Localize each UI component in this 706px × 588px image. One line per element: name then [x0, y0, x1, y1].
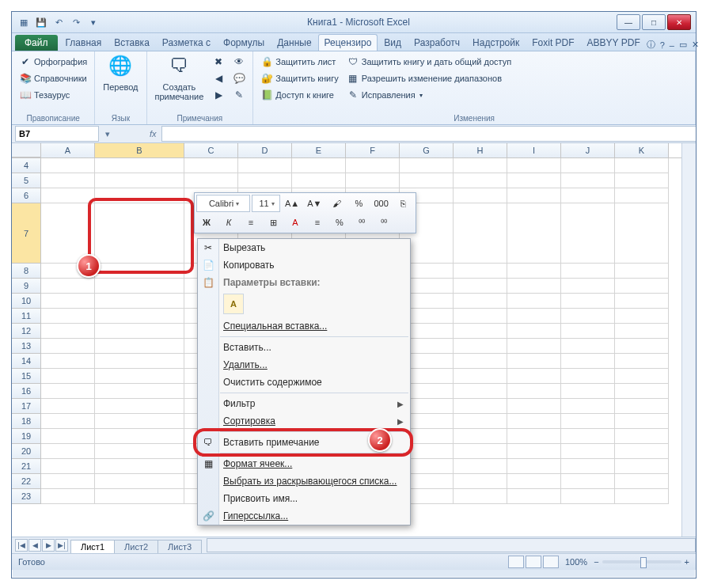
cell[interactable] [41, 489, 95, 504]
cell[interactable] [454, 173, 507, 188]
cell[interactable] [454, 489, 507, 504]
row-header[interactable]: 21 [12, 459, 41, 474]
cell[interactable] [615, 354, 669, 369]
tab-foxit[interactable]: Foxit PDF [526, 34, 580, 51]
sheet-nav-next[interactable]: ▶ [42, 539, 55, 552]
row-header[interactable]: 23 [12, 489, 41, 504]
font-combo[interactable]: Calibri▾ [196, 195, 250, 212]
save-icon[interactable]: 💾 [34, 15, 48, 29]
cell[interactable] [454, 264, 507, 279]
cell[interactable] [400, 158, 454, 173]
font-color-icon[interactable]: A [285, 214, 306, 231]
cell[interactable] [507, 459, 561, 474]
bold-icon[interactable]: Ж [196, 214, 217, 231]
row-header[interactable]: 20 [12, 444, 41, 459]
ribbon-minimize-icon[interactable]: ⓘ [647, 39, 655, 51]
cell[interactable] [95, 444, 184, 459]
cell[interactable] [95, 414, 184, 429]
cell[interactable] [507, 294, 561, 309]
cell[interactable] [615, 384, 669, 399]
cell[interactable] [95, 429, 184, 444]
row-header[interactable]: 9 [12, 279, 41, 294]
cell[interactable] [615, 203, 669, 264]
col-header[interactable]: H [454, 143, 507, 157]
next-comment-button[interactable]: ▶ [210, 87, 227, 103]
cell[interactable] [95, 369, 184, 384]
cell[interactable] [561, 429, 615, 444]
row-header[interactable]: 15 [12, 369, 41, 384]
cell[interactable] [454, 474, 507, 489]
cell[interactable] [507, 279, 561, 294]
cell[interactable] [95, 158, 184, 173]
protect-book-button[interactable]: 🔐Защитить книгу [258, 70, 341, 86]
worksheet-grid[interactable]: A B C D E F G H I J K 456789101112131415… [12, 143, 696, 537]
cell[interactable] [507, 384, 561, 399]
grow-font-icon[interactable]: A▲ [282, 195, 302, 212]
cell[interactable] [615, 294, 669, 309]
menu-define-name[interactable]: Присвоить имя... [198, 490, 410, 507]
tab-data[interactable]: Данные [271, 34, 317, 51]
cell[interactable] [346, 158, 400, 173]
cell[interactable] [292, 173, 346, 188]
vertical-scrollbar[interactable] [681, 143, 696, 537]
cell[interactable] [561, 188, 615, 203]
sheet-nav-first[interactable]: |◀ [15, 539, 28, 552]
percent-icon[interactable]: % [348, 195, 369, 212]
qat-more-icon[interactable]: ▾ [86, 15, 101, 29]
undo-icon[interactable]: ↶ [51, 15, 66, 29]
tab-developer[interactable]: Разработч [408, 34, 466, 51]
tab-review[interactable]: Рецензиро [318, 34, 378, 51]
col-header[interactable]: D [238, 143, 292, 157]
format-icon[interactable]: ⎘ [393, 195, 414, 212]
cell[interactable] [561, 369, 615, 384]
select-all-corner[interactable] [12, 143, 41, 157]
merge-icon[interactable]: ≡ [307, 214, 328, 231]
tab-formulas[interactable]: Формулы [217, 34, 271, 51]
track-changes-button[interactable]: ✎Исправления▾ [344, 87, 514, 103]
row-header[interactable]: 4 [12, 158, 41, 173]
cell[interactable] [454, 414, 507, 429]
cell[interactable] [454, 444, 507, 459]
decrease-decimal-icon[interactable]: ⁰⁰ [374, 214, 394, 231]
cell[interactable] [615, 459, 669, 474]
cell[interactable] [454, 158, 507, 173]
cell[interactable] [41, 429, 95, 444]
cell[interactable] [95, 384, 184, 399]
sheet-tab[interactable]: Лист2 [114, 540, 158, 553]
cell[interactable] [41, 173, 95, 188]
cell[interactable] [95, 294, 184, 309]
share-book-button[interactable]: 📗Доступ к книге [258, 87, 341, 103]
cell[interactable] [507, 414, 561, 429]
cell[interactable] [507, 324, 561, 339]
cell[interactable] [41, 158, 95, 173]
cell[interactable] [507, 188, 561, 203]
menu-paste-special[interactable]: Специальная вставка... [198, 317, 410, 335]
minimize-button[interactable]: — [617, 14, 640, 30]
sheet-nav-prev[interactable]: ◀ [28, 539, 41, 552]
col-header[interactable]: B [95, 143, 184, 157]
menu-clear[interactable]: Очистить содержимое [198, 374, 410, 391]
cell[interactable] [95, 264, 184, 279]
cell[interactable] [507, 309, 561, 324]
tab-abbyy[interactable]: ABBYY PDF [581, 34, 647, 51]
shrink-font-icon[interactable]: A▼ [304, 195, 325, 212]
cell[interactable] [95, 188, 184, 203]
cell[interactable] [615, 474, 669, 489]
cell[interactable] [454, 459, 507, 474]
cell[interactable] [561, 414, 615, 429]
allow-ranges-button[interactable]: ▦Разрешить изменение диапазонов [344, 70, 514, 86]
spelling-button[interactable]: ✔Орфография [17, 54, 89, 70]
cell[interactable] [400, 173, 454, 188]
cell[interactable] [41, 459, 95, 474]
show-all-comments-button[interactable]: 💬 [230, 70, 248, 86]
col-header[interactable]: K [615, 143, 669, 157]
cell[interactable] [95, 474, 184, 489]
cell[interactable] [41, 444, 95, 459]
cell[interactable] [561, 339, 615, 354]
cell[interactable] [561, 459, 615, 474]
cell[interactable] [95, 173, 184, 188]
cell[interactable] [95, 489, 184, 504]
cell[interactable] [561, 173, 615, 188]
cell[interactable] [184, 173, 238, 188]
cell[interactable] [41, 474, 95, 489]
